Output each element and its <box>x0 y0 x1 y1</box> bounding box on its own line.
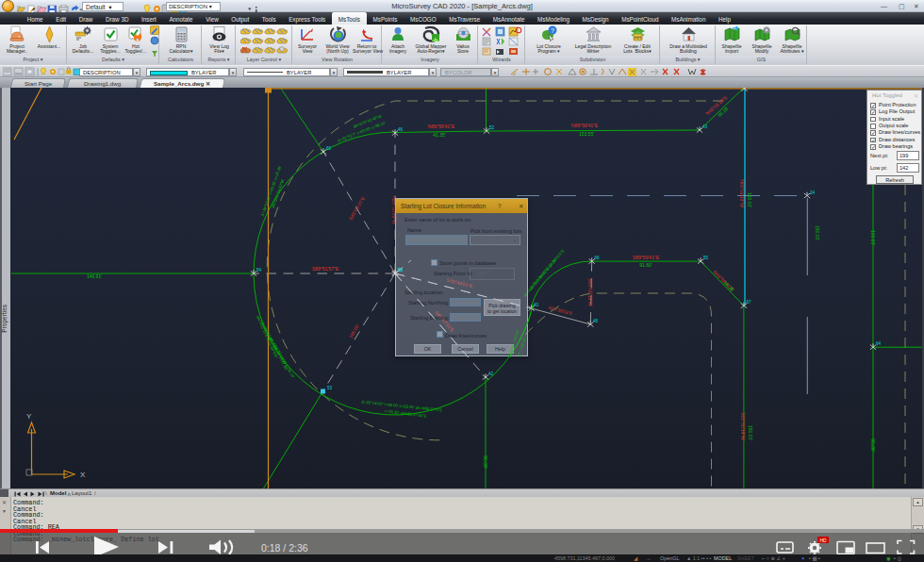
svg-text:90.06': 90.06' <box>483 455 488 469</box>
svg-text:HD: HD <box>820 537 828 543</box>
svg-text:7: 7 <box>748 88 751 91</box>
svg-text:0:18 / 2:36: 0:18 / 2:36 <box>261 542 308 554</box>
svg-text:64: 64 <box>876 341 882 346</box>
svg-text:42: 42 <box>488 372 494 376</box>
svg-text:52: 52 <box>489 125 495 130</box>
svg-text:43: 43 <box>702 124 708 129</box>
svg-text:46: 46 <box>398 127 404 132</box>
svg-text:X: X <box>80 471 86 479</box>
svg-text:N89°58'41"E: N89°58'41"E <box>571 123 599 128</box>
svg-text:53: 53 <box>327 386 333 390</box>
svg-text:Y: Y <box>26 412 32 421</box>
svg-text:HH: HH <box>634 35 641 41</box>
svg-text:41.35': 41.35' <box>433 132 446 138</box>
svg-text:48: 48 <box>593 319 599 323</box>
svg-text:S89°51'57"E: S89°51'57"E <box>312 266 339 272</box>
svg-text:S89°59'41"E: S89°59'41"E <box>633 255 660 260</box>
svg-text:153.55': 153.55' <box>579 131 594 137</box>
svg-text:67: 67 <box>747 300 752 305</box>
svg-text:150.00': 150.00' <box>815 225 820 240</box>
svg-text:60: 60 <box>326 146 332 151</box>
svg-text:95.06': 95.06' <box>870 438 876 452</box>
svg-text:40: 40 <box>534 303 539 307</box>
svg-text:55: 55 <box>703 256 709 260</box>
svg-text:150.00': 150.00' <box>747 192 752 207</box>
svg-text:150.00': 150.00' <box>748 425 753 440</box>
svg-text:24: 24 <box>810 190 816 195</box>
svg-text:N89°56'41"E: N89°56'41"E <box>428 124 455 129</box>
svg-text:N00°02'19"W: N00°02'19"W <box>739 179 745 207</box>
svg-text:100.00': 100.00' <box>870 230 876 245</box>
svg-text:146.91': 146.91' <box>87 273 102 279</box>
svg-text:54: 54 <box>256 268 262 273</box>
svg-text:66: 66 <box>595 256 601 260</box>
svg-text:?: ? <box>551 27 554 34</box>
svg-text:S00°00'19"W: S00°00'19"W <box>587 278 593 306</box>
svg-text:91.60': 91.60' <box>639 262 652 268</box>
svg-text:S00°00'19"W: S00°00'19"W <box>740 412 746 440</box>
